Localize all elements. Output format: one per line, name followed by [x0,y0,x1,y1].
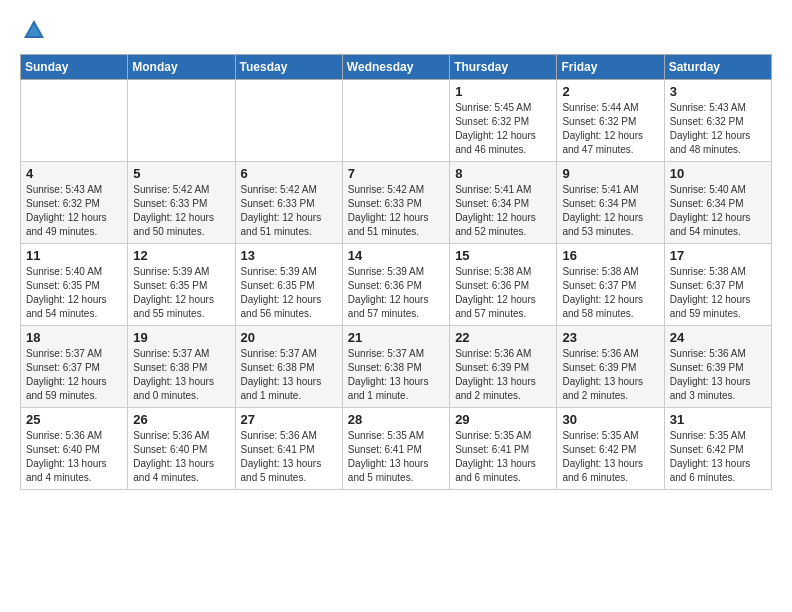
day-info: Sunrise: 5:37 AM Sunset: 6:38 PM Dayligh… [241,347,337,403]
day-cell: 31Sunrise: 5:35 AM Sunset: 6:42 PM Dayli… [664,408,771,490]
day-cell: 28Sunrise: 5:35 AM Sunset: 6:41 PM Dayli… [342,408,449,490]
day-number: 30 [562,412,658,427]
day-cell: 24Sunrise: 5:36 AM Sunset: 6:39 PM Dayli… [664,326,771,408]
day-cell: 18Sunrise: 5:37 AM Sunset: 6:37 PM Dayli… [21,326,128,408]
day-number: 17 [670,248,766,263]
day-number: 19 [133,330,229,345]
day-cell [128,80,235,162]
week-row-3: 11Sunrise: 5:40 AM Sunset: 6:35 PM Dayli… [21,244,772,326]
day-cell: 25Sunrise: 5:36 AM Sunset: 6:40 PM Dayli… [21,408,128,490]
day-info: Sunrise: 5:40 AM Sunset: 6:34 PM Dayligh… [670,183,766,239]
day-cell: 16Sunrise: 5:38 AM Sunset: 6:37 PM Dayli… [557,244,664,326]
day-cell: 1Sunrise: 5:45 AM Sunset: 6:32 PM Daylig… [450,80,557,162]
header-row: SundayMondayTuesdayWednesdayThursdayFrid… [21,55,772,80]
day-number: 1 [455,84,551,99]
calendar-table: SundayMondayTuesdayWednesdayThursdayFrid… [20,54,772,490]
day-cell: 2Sunrise: 5:44 AM Sunset: 6:32 PM Daylig… [557,80,664,162]
day-number: 21 [348,330,444,345]
day-number: 4 [26,166,122,181]
week-row-4: 18Sunrise: 5:37 AM Sunset: 6:37 PM Dayli… [21,326,772,408]
day-info: Sunrise: 5:36 AM Sunset: 6:41 PM Dayligh… [241,429,337,485]
day-number: 26 [133,412,229,427]
day-cell: 26Sunrise: 5:36 AM Sunset: 6:40 PM Dayli… [128,408,235,490]
day-info: Sunrise: 5:38 AM Sunset: 6:37 PM Dayligh… [562,265,658,321]
day-cell: 6Sunrise: 5:42 AM Sunset: 6:33 PM Daylig… [235,162,342,244]
col-header-monday: Monday [128,55,235,80]
col-header-friday: Friday [557,55,664,80]
week-row-2: 4Sunrise: 5:43 AM Sunset: 6:32 PM Daylig… [21,162,772,244]
week-row-5: 25Sunrise: 5:36 AM Sunset: 6:40 PM Dayli… [21,408,772,490]
day-number: 18 [26,330,122,345]
day-number: 22 [455,330,551,345]
day-info: Sunrise: 5:37 AM Sunset: 6:38 PM Dayligh… [133,347,229,403]
day-cell: 22Sunrise: 5:36 AM Sunset: 6:39 PM Dayli… [450,326,557,408]
day-cell: 30Sunrise: 5:35 AM Sunset: 6:42 PM Dayli… [557,408,664,490]
day-info: Sunrise: 5:42 AM Sunset: 6:33 PM Dayligh… [348,183,444,239]
day-info: Sunrise: 5:35 AM Sunset: 6:41 PM Dayligh… [455,429,551,485]
day-info: Sunrise: 5:43 AM Sunset: 6:32 PM Dayligh… [26,183,122,239]
day-number: 13 [241,248,337,263]
col-header-wednesday: Wednesday [342,55,449,80]
day-number: 28 [348,412,444,427]
day-number: 25 [26,412,122,427]
day-info: Sunrise: 5:42 AM Sunset: 6:33 PM Dayligh… [241,183,337,239]
day-info: Sunrise: 5:35 AM Sunset: 6:42 PM Dayligh… [670,429,766,485]
day-number: 6 [241,166,337,181]
day-info: Sunrise: 5:39 AM Sunset: 6:36 PM Dayligh… [348,265,444,321]
day-number: 20 [241,330,337,345]
day-info: Sunrise: 5:41 AM Sunset: 6:34 PM Dayligh… [455,183,551,239]
day-cell: 10Sunrise: 5:40 AM Sunset: 6:34 PM Dayli… [664,162,771,244]
day-cell: 19Sunrise: 5:37 AM Sunset: 6:38 PM Dayli… [128,326,235,408]
week-row-1: 1Sunrise: 5:45 AM Sunset: 6:32 PM Daylig… [21,80,772,162]
logo [20,16,52,44]
day-cell: 15Sunrise: 5:38 AM Sunset: 6:36 PM Dayli… [450,244,557,326]
day-info: Sunrise: 5:41 AM Sunset: 6:34 PM Dayligh… [562,183,658,239]
day-cell: 27Sunrise: 5:36 AM Sunset: 6:41 PM Dayli… [235,408,342,490]
day-info: Sunrise: 5:37 AM Sunset: 6:38 PM Dayligh… [348,347,444,403]
day-number: 16 [562,248,658,263]
day-number: 29 [455,412,551,427]
day-number: 2 [562,84,658,99]
day-number: 14 [348,248,444,263]
day-number: 15 [455,248,551,263]
day-number: 27 [241,412,337,427]
day-cell: 12Sunrise: 5:39 AM Sunset: 6:35 PM Dayli… [128,244,235,326]
day-number: 23 [562,330,658,345]
page: SundayMondayTuesdayWednesdayThursdayFrid… [0,0,792,500]
day-number: 31 [670,412,766,427]
day-number: 10 [670,166,766,181]
day-cell: 4Sunrise: 5:43 AM Sunset: 6:32 PM Daylig… [21,162,128,244]
day-info: Sunrise: 5:36 AM Sunset: 6:39 PM Dayligh… [670,347,766,403]
day-number: 24 [670,330,766,345]
day-cell: 9Sunrise: 5:41 AM Sunset: 6:34 PM Daylig… [557,162,664,244]
day-cell: 29Sunrise: 5:35 AM Sunset: 6:41 PM Dayli… [450,408,557,490]
day-number: 3 [670,84,766,99]
day-cell: 3Sunrise: 5:43 AM Sunset: 6:32 PM Daylig… [664,80,771,162]
day-number: 9 [562,166,658,181]
day-info: Sunrise: 5:38 AM Sunset: 6:36 PM Dayligh… [455,265,551,321]
day-number: 7 [348,166,444,181]
day-number: 12 [133,248,229,263]
day-info: Sunrise: 5:36 AM Sunset: 6:40 PM Dayligh… [133,429,229,485]
day-cell: 20Sunrise: 5:37 AM Sunset: 6:38 PM Dayli… [235,326,342,408]
day-info: Sunrise: 5:36 AM Sunset: 6:39 PM Dayligh… [562,347,658,403]
col-header-thursday: Thursday [450,55,557,80]
logo-icon [20,16,48,44]
day-info: Sunrise: 5:35 AM Sunset: 6:41 PM Dayligh… [348,429,444,485]
day-number: 8 [455,166,551,181]
day-cell: 8Sunrise: 5:41 AM Sunset: 6:34 PM Daylig… [450,162,557,244]
day-info: Sunrise: 5:36 AM Sunset: 6:39 PM Dayligh… [455,347,551,403]
day-number: 5 [133,166,229,181]
col-header-tuesday: Tuesday [235,55,342,80]
day-info: Sunrise: 5:43 AM Sunset: 6:32 PM Dayligh… [670,101,766,157]
day-cell: 7Sunrise: 5:42 AM Sunset: 6:33 PM Daylig… [342,162,449,244]
header [20,16,772,44]
day-number: 11 [26,248,122,263]
day-cell: 11Sunrise: 5:40 AM Sunset: 6:35 PM Dayli… [21,244,128,326]
day-info: Sunrise: 5:45 AM Sunset: 6:32 PM Dayligh… [455,101,551,157]
day-info: Sunrise: 5:36 AM Sunset: 6:40 PM Dayligh… [26,429,122,485]
col-header-sunday: Sunday [21,55,128,80]
day-cell [21,80,128,162]
day-cell [342,80,449,162]
day-info: Sunrise: 5:39 AM Sunset: 6:35 PM Dayligh… [133,265,229,321]
